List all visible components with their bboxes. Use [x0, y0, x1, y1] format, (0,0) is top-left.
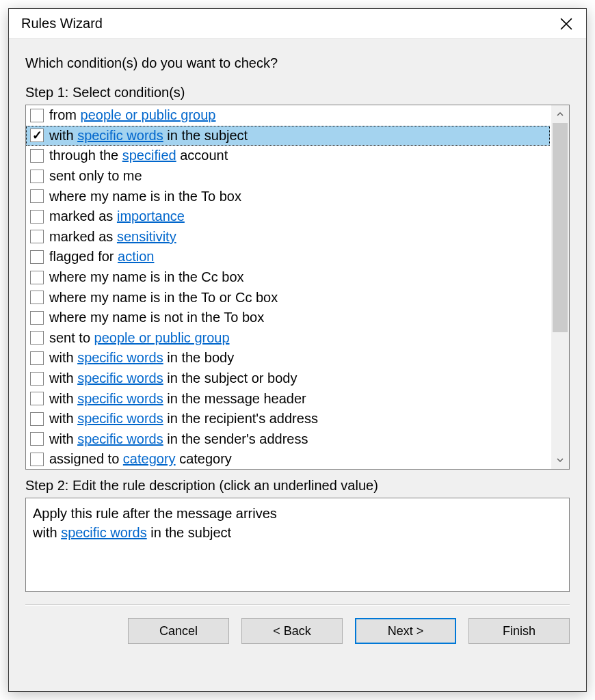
close-icon [560, 18, 572, 30]
condition-row[interactable]: where my name is in the To box [26, 186, 551, 206]
next-button[interactable]: Next > [355, 618, 456, 644]
condition-text: with specific words in the sender's addr… [49, 431, 308, 447]
description-line: Apply this rule after the message arrive… [33, 504, 562, 523]
condition-text: sent to people or public group [49, 330, 230, 346]
finish-button[interactable]: Finish [468, 618, 570, 644]
condition-link[interactable]: action [118, 249, 154, 264]
scroll-down-button[interactable] [551, 451, 569, 469]
condition-link[interactable]: specific words [77, 411, 163, 426]
condition-checkbox[interactable] [30, 210, 44, 224]
condition-text: with specific words in the subject [49, 128, 248, 144]
condition-checkbox[interactable] [30, 453, 44, 466]
step1-label: Step 1: Select condition(s) [25, 85, 570, 100]
condition-checkbox[interactable] [30, 189, 44, 203]
wizard-heading: Which condition(s) do you want to check? [25, 55, 570, 71]
condition-text: where my name is in the To box [49, 189, 241, 204]
condition-text: from people or public group [49, 107, 215, 123]
condition-checkbox[interactable] [30, 291, 44, 304]
chevron-up-icon [557, 111, 564, 118]
condition-row[interactable]: sent to people or public group [26, 328, 551, 349]
condition-text: with specific words in the recipient's a… [49, 411, 318, 427]
condition-link[interactable]: sensitivity [117, 229, 176, 244]
condition-link[interactable]: people or public group [81, 107, 216, 122]
close-button[interactable] [546, 9, 586, 39]
condition-text: where my name is in the To or Cc box [49, 290, 278, 306]
condition-checkbox[interactable] [30, 311, 44, 325]
rules-wizard-dialog: Rules Wizard Which condition(s) do you w… [8, 8, 587, 692]
condition-link[interactable]: specific words [77, 350, 163, 365]
condition-checkbox[interactable] [30, 149, 44, 163]
condition-row[interactable]: where my name is in the Cc box [26, 267, 551, 288]
condition-link[interactable]: specific words [77, 371, 163, 386]
condition-row[interactable]: with specific words in the recipient's a… [26, 409, 551, 429]
condition-link[interactable]: specified [122, 148, 176, 163]
rule-description-box[interactable]: Apply this rule after the message arrive… [25, 498, 570, 592]
condition-text: where my name is not in the To box [49, 310, 264, 325]
back-button[interactable]: < Back [241, 618, 343, 644]
condition-checkbox[interactable] [30, 271, 44, 284]
condition-checkbox[interactable] [30, 351, 44, 365]
condition-row[interactable]: marked as sensitivity [26, 227, 551, 247]
condition-row[interactable]: with specific words in the body [26, 348, 551, 368]
condition-row[interactable]: sent only to me [26, 166, 551, 187]
condition-checkbox[interactable] [30, 372, 44, 386]
condition-text: with specific words in the message heade… [49, 391, 306, 407]
scroll-up-button[interactable] [551, 105, 569, 123]
condition-text: where my name is in the Cc box [49, 269, 244, 285]
condition-text: marked as importance [49, 208, 185, 224]
step2-label: Step 2: Edit the rule description (click… [25, 478, 570, 494]
dialog-content: Which condition(s) do you want to check?… [9, 39, 586, 691]
condition-row[interactable]: where my name is in the To or Cc box [26, 287, 551, 308]
condition-row[interactable]: flagged for action [26, 247, 551, 267]
titlebar: Rules Wizard [9, 9, 586, 39]
condition-text: through the specified account [49, 148, 228, 163]
condition-text: with specific words in the subject or bo… [49, 371, 297, 386]
condition-checkbox[interactable] [30, 250, 44, 264]
condition-checkbox[interactable] [30, 412, 44, 426]
separator [25, 604, 570, 606]
condition-text: with specific words in the body [49, 350, 234, 366]
window-title: Rules Wizard [21, 16, 546, 31]
condition-text: sent only to me [49, 168, 142, 184]
condition-text: flagged for action [49, 249, 154, 265]
scroll-thumb[interactable] [553, 123, 568, 332]
condition-text: assigned to category category [49, 451, 232, 467]
condition-text: marked as sensitivity [49, 229, 176, 245]
scrollbar[interactable] [551, 105, 569, 469]
condition-link[interactable]: category [123, 451, 176, 466]
chevron-down-icon [557, 457, 564, 463]
condition-checkbox[interactable] [30, 129, 44, 142]
description-line: with specific words in the subject [33, 523, 562, 542]
condition-checkbox[interactable] [30, 230, 44, 243]
condition-row[interactable]: assigned to category category [26, 449, 551, 469]
condition-row[interactable]: marked as importance [26, 206, 551, 227]
button-row: Cancel < Back Next > Finish [25, 618, 570, 659]
description-link[interactable]: specific words [61, 525, 147, 540]
condition-checkbox[interactable] [30, 392, 44, 405]
condition-row[interactable]: with specific words in the subject or bo… [26, 368, 551, 389]
condition-checkbox[interactable] [30, 331, 44, 345]
conditions-listbox[interactable]: from people or public groupwith specific… [25, 105, 570, 470]
condition-checkbox[interactable] [30, 170, 44, 183]
condition-link[interactable]: importance [117, 208, 185, 224]
condition-checkbox[interactable] [30, 109, 44, 122]
condition-row[interactable]: from people or public group [26, 105, 551, 126]
condition-link[interactable]: specific words [77, 128, 163, 143]
condition-link[interactable]: specific words [77, 431, 163, 446]
condition-row[interactable]: with specific words in the subject [26, 126, 550, 146]
condition-row[interactable]: with specific words in the sender's addr… [26, 429, 551, 450]
condition-row[interactable]: where my name is not in the To box [26, 308, 551, 328]
condition-row[interactable]: through the specified account [26, 146, 551, 166]
condition-row[interactable]: with specific words in the message heade… [26, 388, 551, 409]
condition-checkbox[interactable] [30, 432, 44, 446]
cancel-button[interactable]: Cancel [128, 618, 229, 644]
condition-link[interactable]: people or public group [94, 330, 230, 345]
condition-link[interactable]: specific words [77, 391, 163, 406]
